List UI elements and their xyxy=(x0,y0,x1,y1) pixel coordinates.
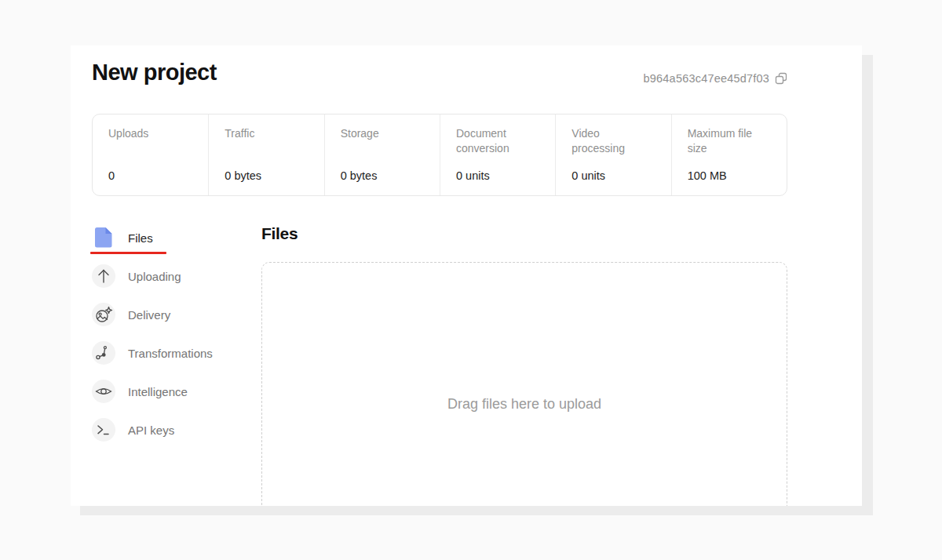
sidebar-item-label: Uploading xyxy=(128,270,181,283)
stat-max-file-size: Maximum file size 100 MB xyxy=(671,115,787,195)
sidebar-item-label: Files xyxy=(128,231,153,245)
stat-label: Video processing xyxy=(571,126,655,156)
sidebar-item-label: API keys xyxy=(128,424,174,437)
project-id-row: b964a563c47ee45d7f03 xyxy=(644,72,787,85)
arrow-up-icon xyxy=(92,264,115,288)
page-title: New project xyxy=(92,60,217,85)
stat-uploads: Uploads 0 xyxy=(93,115,208,195)
sidebar-item-intelligence[interactable]: Intelligence xyxy=(92,380,246,403)
copy-icon xyxy=(775,72,787,85)
nodes-icon xyxy=(92,341,115,365)
stat-label: Traffic xyxy=(225,126,308,141)
sidebar-item-files[interactable]: Files xyxy=(92,226,246,249)
image-sparkle-icon xyxy=(92,303,115,326)
stat-value: 100 MB xyxy=(688,169,771,182)
terminal-icon xyxy=(92,418,115,442)
project-dashboard-page: New project b964a563c47ee45d7f03 Uploads… xyxy=(0,0,942,560)
stat-label: Document conversion xyxy=(456,126,539,156)
stat-traffic: Traffic 0 bytes xyxy=(208,115,323,195)
dropzone-hint-text: Drag files here to upload xyxy=(262,396,787,413)
copy-project-id-button[interactable] xyxy=(775,72,787,85)
stat-value: 0 bytes xyxy=(341,169,424,182)
project-id: b964a563c47ee45d7f03 xyxy=(644,72,769,85)
active-tab-underline xyxy=(90,252,166,254)
files-section-heading: Files xyxy=(261,224,298,243)
sidebar-item-label: Transformations xyxy=(128,347,213,360)
sidebar-item-api-keys[interactable]: API keys xyxy=(92,418,246,442)
eye-icon xyxy=(92,380,115,403)
stat-value: 0 units xyxy=(456,169,539,182)
stat-value: 0 bytes xyxy=(225,169,308,182)
stat-video-processing: Video processing 0 units xyxy=(555,115,670,195)
usage-stats-bar: Uploads 0 Traffic 0 bytes Storage 0 byte… xyxy=(92,114,787,196)
stat-label: Storage xyxy=(341,126,424,141)
file-icon xyxy=(92,226,115,249)
project-side-nav: Files Uploading xyxy=(92,226,246,456)
sidebar-item-uploading[interactable]: Uploading xyxy=(92,264,246,288)
sidebar-item-label: Delivery xyxy=(128,308,170,322)
file-dropzone[interactable]: Drag files here to upload xyxy=(261,262,787,506)
sidebar-item-label: Intelligence xyxy=(128,385,188,398)
stat-storage: Storage 0 bytes xyxy=(324,115,440,195)
stat-label: Uploads xyxy=(108,126,192,141)
project-card: New project b964a563c47ee45d7f03 Uploads… xyxy=(71,45,862,506)
sidebar-item-delivery[interactable]: Delivery xyxy=(92,303,246,326)
stat-value: 0 units xyxy=(571,169,655,182)
stat-document-conversion: Document conversion 0 units xyxy=(440,115,555,195)
stat-label: Maximum file size xyxy=(688,126,771,156)
stat-value: 0 xyxy=(108,169,192,182)
sidebar-item-transformations[interactable]: Transformations xyxy=(92,341,246,365)
